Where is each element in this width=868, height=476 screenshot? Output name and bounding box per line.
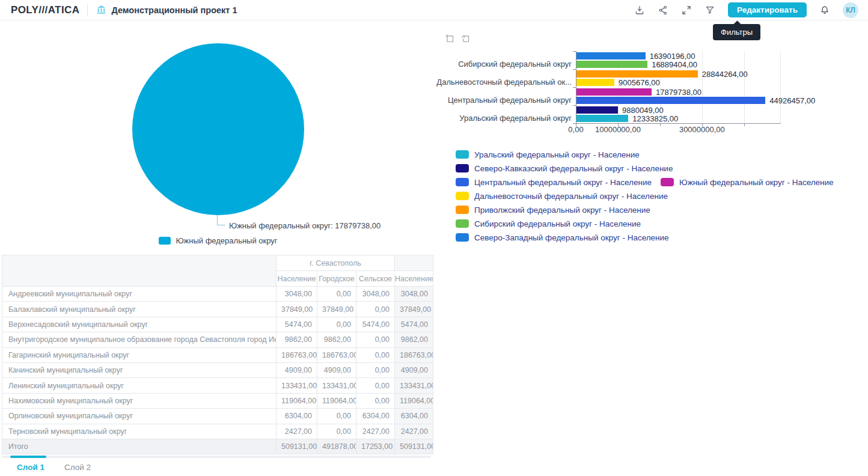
legend-item[interactable]: Южный федеральный округ - Население	[661, 178, 834, 187]
value-cell[interactable]: 5474,00	[277, 317, 317, 332]
layer-tab[interactable]: Слой 1	[17, 463, 44, 472]
value-cell[interactable]: 0,00	[356, 378, 395, 393]
legend-item[interactable]: Приволжский федеральный округ - Населени…	[456, 206, 650, 215]
row-label[interactable]: Качинский муниципальный округ	[2, 362, 277, 377]
value-cell[interactable]: 9862,00	[317, 332, 356, 347]
value-cell[interactable]: 2427,00	[356, 424, 395, 439]
row-label[interactable]: Нахимовский муниципальный округ	[2, 393, 277, 408]
value-cell[interactable]: 133431,00	[277, 378, 317, 393]
download-icon[interactable]	[634, 5, 645, 16]
bar[interactable]	[576, 79, 614, 86]
value-cell[interactable]: 133431,00	[395, 378, 433, 393]
row-label[interactable]: Верхнесадовский муниципальный округ	[2, 317, 277, 332]
value-cell[interactable]: 0,00	[356, 332, 395, 347]
value-cell[interactable]: 186763,00	[395, 347, 433, 362]
value-cell[interactable]: 6304,00	[395, 409, 433, 424]
crop-selection-icon[interactable]	[444, 33, 454, 43]
header-divider	[87, 5, 88, 16]
column-header: Сельское	[356, 271, 395, 287]
row-label[interactable]: Орлиновский муниципальный округ	[2, 409, 277, 424]
pie-legend-item[interactable]: Южный федеральный округ	[0, 236, 436, 245]
value-cell[interactable]: 133431,00	[317, 378, 356, 393]
bar[interactable]	[576, 52, 646, 60]
table-row: Внутригородское муниципальное образовани…	[2, 332, 433, 347]
value-cell[interactable]: 0,00	[356, 362, 395, 377]
value-cell[interactable]: 186763,00	[277, 347, 317, 362]
table-row: Орлиновский муниципальный округ6304,000,…	[2, 409, 433, 424]
value-cell[interactable]: 37849,00	[317, 302, 356, 317]
legend-swatch-icon	[661, 178, 674, 186]
row-label[interactable]: Внутригородское муниципальное образовани…	[2, 332, 277, 347]
value-cell[interactable]: 37849,00	[277, 302, 317, 317]
bell-icon[interactable]	[819, 5, 830, 16]
legend-row: Приволжский федеральный округ - Населени…	[456, 206, 834, 214]
value-cell[interactable]: 0,00	[356, 302, 395, 317]
share-icon[interactable]	[658, 5, 668, 16]
legend-item[interactable]: Северо-Кавказский федеральный округ - На…	[456, 164, 673, 173]
value-cell[interactable]: 4909,00	[277, 362, 317, 377]
value-cell[interactable]: 5474,00	[395, 317, 433, 332]
bar-value-label: 9005676,00	[619, 79, 660, 86]
value-cell[interactable]: 0,00	[317, 424, 356, 439]
horizontal-scrollbar-thumb[interactable]	[10, 456, 46, 458]
column-header: Население	[395, 271, 433, 287]
legend-item[interactable]: Уральский федеральный округ - Население	[456, 150, 640, 159]
value-cell[interactable]: 119064,00	[317, 393, 356, 408]
value-cell[interactable]: 119064,00	[277, 393, 317, 408]
legend-row: Дальневосточный федеральный округ - Насе…	[456, 192, 834, 200]
value-cell[interactable]: 3048,00	[277, 287, 317, 302]
value-cell[interactable]: 509131,00	[277, 439, 317, 454]
bar[interactable]	[576, 97, 765, 104]
bar[interactable]	[576, 88, 652, 96]
row-label[interactable]: Ленинский муниципальный округ	[2, 378, 277, 393]
value-cell[interactable]: 0,00	[356, 347, 395, 362]
value-cell[interactable]: 17253,00	[356, 439, 395, 454]
value-cell[interactable]: 509131,00	[395, 439, 433, 454]
legend-item[interactable]: Северо-Западный федеральный округ - Насе…	[456, 233, 669, 242]
value-cell[interactable]: 3048,00	[395, 287, 433, 302]
value-cell[interactable]: 4909,00	[395, 362, 433, 377]
value-cell[interactable]: 2427,00	[395, 424, 433, 439]
value-cell[interactable]: 6304,00	[277, 409, 317, 424]
row-label[interactable]: Андреевский муниципальный округ	[2, 287, 277, 302]
value-cell[interactable]: 119064,00	[395, 393, 433, 408]
value-cell[interactable]: 491878,00	[317, 439, 356, 454]
polymatica-dashboard: POLY///ATICA Демонстрационный проект 1	[0, 0, 868, 476]
polymatica-logo: POLY///ATICA	[11, 4, 79, 16]
value-cell[interactable]: 3048,00	[356, 287, 395, 302]
row-label[interactable]: Гагаринский муниципальный округ	[2, 347, 277, 362]
filter-icon[interactable]	[704, 5, 715, 16]
bar[interactable]	[576, 115, 628, 122]
fullscreen-icon[interactable]	[681, 5, 692, 16]
row-label[interactable]: Терновский муниципальный округ	[2, 424, 277, 439]
value-cell[interactable]: 6304,00	[356, 409, 395, 424]
value-cell[interactable]: 5474,00	[356, 317, 395, 332]
row-label[interactable]: Итого	[2, 439, 277, 454]
legend-swatch-icon	[456, 150, 469, 159]
value-cell[interactable]: 9862,00	[395, 332, 433, 347]
edit-button[interactable]: Редактировать	[728, 2, 807, 17]
bar[interactable]	[576, 106, 618, 114]
legend-item[interactable]: Сибирский федеральный округ - Население	[456, 219, 641, 228]
table-corner-cell	[395, 255, 433, 271]
bar[interactable]	[576, 70, 698, 78]
row-label[interactable]: Балаклавский муниципальный округ	[2, 302, 277, 317]
layer-tab[interactable]: Слой 2	[64, 463, 91, 472]
value-cell[interactable]: 186763,00	[317, 347, 356, 362]
pie-slice-yuzhny[interactable]	[132, 43, 304, 215]
legend-item[interactable]: Дальневосточный федеральный округ - Насе…	[456, 192, 668, 201]
bar[interactable]	[576, 61, 647, 68]
gridline	[744, 51, 745, 123]
horizontal-scrollbar-track[interactable]	[2, 456, 431, 458]
value-cell[interactable]: 0,00	[317, 409, 356, 424]
reset-selection-icon[interactable]	[460, 33, 470, 43]
value-cell[interactable]: 4909,00	[317, 362, 356, 377]
legend-item[interactable]: Центральный федеральный округ - Населени…	[456, 178, 652, 187]
avatar[interactable]: КЛ	[843, 2, 858, 18]
value-cell[interactable]: 9862,00	[277, 332, 317, 347]
value-cell[interactable]: 37849,00	[395, 302, 433, 317]
value-cell[interactable]: 2427,00	[277, 424, 317, 439]
value-cell[interactable]: 0,00	[317, 317, 356, 332]
value-cell[interactable]: 0,00	[356, 393, 395, 408]
value-cell[interactable]: 0,00	[317, 287, 356, 302]
